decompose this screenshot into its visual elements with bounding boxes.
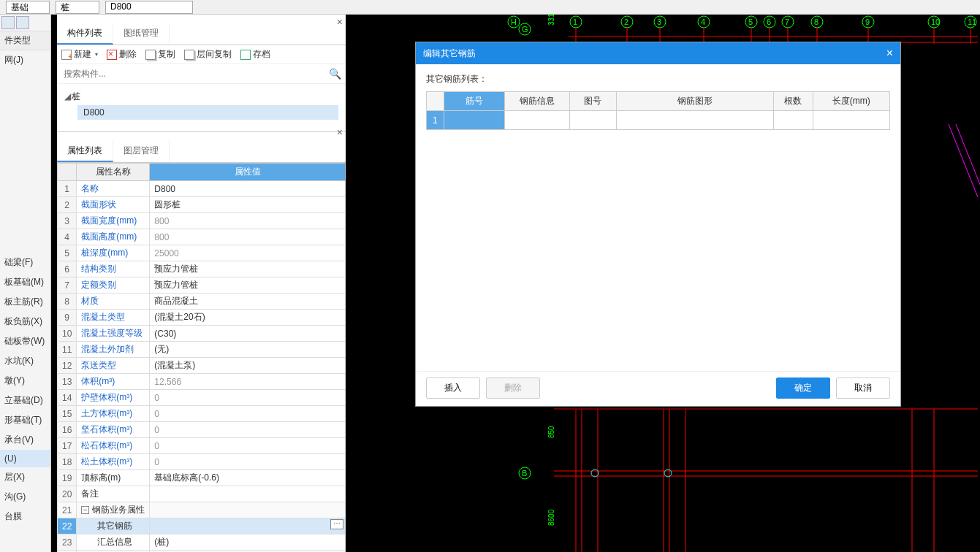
sidebar-item[interactable]: 承台(V) xyxy=(0,430,50,450)
prop-row[interactable]: 17松石体积(m³)0 xyxy=(58,438,346,454)
cell-rebar-info[interactable] xyxy=(505,111,569,130)
prop-value[interactable]: ⋯ xyxy=(150,518,346,534)
sidebar-item[interactable]: 层(X) xyxy=(0,467,50,487)
view-icon-2[interactable] xyxy=(16,16,29,29)
tree-leaf-d800[interactable]: D800 xyxy=(77,105,338,120)
rebar-col-5[interactable]: 根数 xyxy=(773,92,813,111)
prop-row[interactable]: 18松土体积(m³)0 xyxy=(58,454,346,470)
rebar-row[interactable]: 1 xyxy=(427,111,890,130)
prop-value[interactable] xyxy=(150,502,346,518)
col-name[interactable]: 属性名称 xyxy=(77,164,150,181)
sidebar-item[interactable]: 板基础(M) xyxy=(0,272,50,292)
tab-drawing-mgmt[interactable]: 图纸管理 xyxy=(113,23,170,45)
prop-row[interactable]: 20备注 xyxy=(58,486,346,502)
dropdown-type[interactable]: 桩 xyxy=(56,1,99,14)
cell-count[interactable] xyxy=(773,111,813,130)
sidebar-item[interactable]: 沟(G) xyxy=(0,487,50,507)
prop-row[interactable]: 12泵送类型(混凝土泵) xyxy=(58,358,346,374)
close-icon[interactable]: × xyxy=(337,126,343,138)
rebar-col-1[interactable]: 筋号 xyxy=(444,92,505,111)
search-input[interactable] xyxy=(61,66,329,81)
prop-value[interactable]: 800 xyxy=(150,229,346,245)
rebar-col-6[interactable]: 长度(mm) xyxy=(813,92,889,111)
sidebar-item[interactable]: 立基础(D) xyxy=(0,391,50,410)
prop-value[interactable]: 商品混凝土 xyxy=(150,294,346,310)
rebar-col-3[interactable]: 图号 xyxy=(569,92,616,111)
dropdown-instance[interactable]: D800 xyxy=(105,1,193,14)
prop-value[interactable]: 0 xyxy=(150,454,346,470)
prop-value[interactable]: (无) xyxy=(150,342,346,358)
close-icon[interactable]: × xyxy=(337,16,343,28)
prop-row[interactable]: 3截面宽度(mm)800 xyxy=(58,213,346,229)
col-value[interactable]: 属性值 xyxy=(150,164,346,181)
tab-layer-mgmt[interactable]: 图层管理 xyxy=(113,141,170,162)
rebar-col-4[interactable]: 钢筋图形 xyxy=(617,92,774,111)
prop-value[interactable]: 25000 xyxy=(150,245,346,261)
prop-row[interactable]: 14护壁体积(m³)0 xyxy=(58,390,346,406)
prop-row[interactable]: 16坚石体积(m³)0 xyxy=(58,422,346,438)
col-num[interactable] xyxy=(58,164,77,181)
prop-row[interactable]: 21−钢筋业务属性 xyxy=(58,502,346,518)
insert-button[interactable]: 插入 xyxy=(426,377,480,399)
prop-row[interactable]: 6结构类别预应力管桩 xyxy=(58,261,346,277)
save-button[interactable]: 存档 xyxy=(240,48,270,61)
new-button[interactable]: 新建▾ xyxy=(61,48,98,61)
prop-value[interactable]: (混凝土20石) xyxy=(150,310,346,326)
prop-value[interactable]: D800 xyxy=(150,181,346,197)
prop-row[interactable]: 4截面高度(mm)800 xyxy=(58,229,346,245)
tab-prop-list[interactable]: 属性列表 xyxy=(57,141,113,162)
prop-value[interactable]: 基础底标高(-0.6) xyxy=(150,470,346,486)
expander-icon[interactable]: − xyxy=(81,506,89,514)
prop-row[interactable]: 5桩深度(mm)25000 xyxy=(58,245,346,261)
prop-row[interactable]: 9混凝土类型(混凝土20石) xyxy=(58,310,346,326)
sidebar-item[interactable]: 墩(Y) xyxy=(0,371,50,391)
sidebar-item[interactable]: 水坑(K) xyxy=(0,351,50,371)
sidebar-item[interactable]: 础板带(W) xyxy=(0,331,50,351)
search-icon[interactable]: 🔍 xyxy=(329,68,341,80)
prop-row[interactable]: 8材质商品混凝土 xyxy=(58,294,346,310)
prop-value[interactable]: 12.566 xyxy=(150,374,346,390)
prop-row[interactable]: 1名称D800 xyxy=(58,181,346,197)
view-icon-1[interactable] xyxy=(1,16,15,29)
prop-value[interactable]: 0 xyxy=(150,406,346,422)
cancel-button[interactable]: 取消 xyxy=(836,377,890,399)
prop-row[interactable]: 23汇总信息(桩) xyxy=(58,534,346,551)
prop-value[interactable]: 0 xyxy=(150,438,346,454)
rebar-col-0[interactable] xyxy=(427,92,444,111)
prop-value[interactable]: 预应力管桩 xyxy=(150,261,346,277)
cell-rebar-shape[interactable] xyxy=(617,111,774,130)
prop-row[interactable]: 13体积(m³)12.566 xyxy=(58,374,346,390)
prop-row[interactable]: 10混凝土强度等级(C30) xyxy=(58,326,346,342)
prop-value[interactable]: 圆形桩 xyxy=(150,197,346,213)
prop-value[interactable]: (桩) xyxy=(150,534,346,551)
sidebar-item[interactable]: 台膜 xyxy=(0,507,50,526)
cell-drawing-no[interactable] xyxy=(569,111,616,130)
prop-row[interactable]: 22其它钢筋⋯ xyxy=(58,518,346,534)
sidebar-item[interactable]: 础梁(F) xyxy=(0,253,50,272)
prop-row[interactable]: 2截面形状圆形桩 xyxy=(58,197,346,213)
prop-row[interactable]: 7定额类别预应力管桩 xyxy=(58,277,346,294)
layer-copy-button[interactable]: 层间复制 xyxy=(184,48,232,61)
sidebar-item[interactable]: (U) xyxy=(0,450,50,467)
cell-rebar-no[interactable] xyxy=(444,111,505,130)
collapse-icon[interactable]: ◢ xyxy=(64,91,72,101)
dialog-close-icon[interactable]: × xyxy=(886,47,893,60)
tree-root[interactable]: ◢桩 xyxy=(64,88,338,105)
ellipsis-button[interactable]: ⋯ xyxy=(330,519,343,529)
prop-value[interactable] xyxy=(150,486,346,502)
dialog-titlebar[interactable]: 编辑其它钢筋 × xyxy=(416,42,900,64)
sidebar-item[interactable]: 板负筋(X) xyxy=(0,312,50,331)
delete-button[interactable]: 删除 xyxy=(107,48,137,61)
prop-value[interactable]: 0 xyxy=(150,390,346,406)
delete-rebar-button[interactable]: 删除 xyxy=(486,377,540,399)
rebar-col-2[interactable]: 钢筋信息 xyxy=(505,92,569,111)
prop-value[interactable]: 预应力管桩 xyxy=(150,277,346,294)
cell-length[interactable] xyxy=(813,111,889,130)
ok-button[interactable]: 确定 xyxy=(776,377,830,399)
prop-value[interactable]: (C30) xyxy=(150,326,346,342)
dropdown-category[interactable]: 基础 xyxy=(6,1,50,14)
tab-component-list[interactable]: 构件列表 xyxy=(57,23,113,45)
prop-value[interactable]: (混凝土泵) xyxy=(150,358,346,374)
prop-row[interactable]: 15土方体积(m³)0 xyxy=(58,406,346,422)
sidebar-item[interactable]: 形基础(T) xyxy=(0,410,50,430)
